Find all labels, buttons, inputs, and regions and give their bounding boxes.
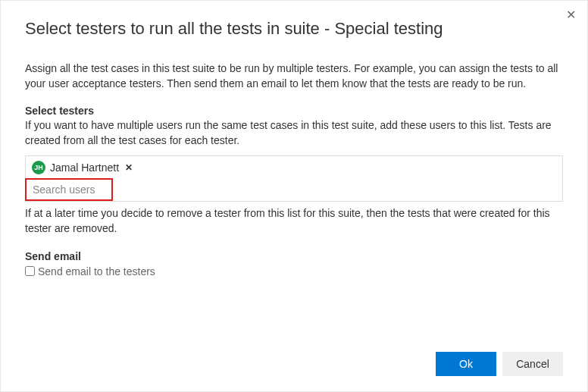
select-testers-dialog: ✕ Select testers to run all the tests in… bbox=[0, 0, 588, 392]
tester-chip: JH Jamal Hartnett ✕ bbox=[26, 156, 562, 179]
select-testers-label: Select testers bbox=[25, 105, 563, 117]
send-email-row: Send email to the testers bbox=[25, 265, 563, 278]
send-email-checkbox[interactable] bbox=[25, 266, 35, 276]
dialog-footer: Ok Cancel bbox=[25, 337, 563, 376]
search-users-input[interactable] bbox=[33, 183, 105, 196]
select-testers-help: If you want to have multiple users run t… bbox=[25, 118, 563, 148]
removal-note: If at a later time you decide to remove … bbox=[25, 206, 563, 236]
ok-button[interactable]: Ok bbox=[436, 352, 496, 376]
remove-tester-button[interactable]: ✕ bbox=[125, 162, 133, 173]
cancel-button[interactable]: Cancel bbox=[502, 352, 563, 376]
search-users-highlight bbox=[25, 178, 113, 201]
close-icon: ✕ bbox=[566, 8, 576, 21]
dialog-title: Select testers to run all the tests in s… bbox=[25, 19, 563, 39]
dialog-description: Assign all the test cases in this test s… bbox=[25, 61, 563, 91]
send-email-checkbox-label[interactable]: Send email to the testers bbox=[38, 265, 155, 278]
send-email-label: Send email bbox=[25, 250, 563, 262]
tester-picker: JH Jamal Hartnett ✕ bbox=[25, 155, 563, 202]
close-button[interactable]: ✕ bbox=[566, 9, 576, 21]
remove-icon: ✕ bbox=[125, 162, 133, 173]
avatar: JH bbox=[32, 161, 45, 174]
tester-name: Jamal Hartnett bbox=[50, 162, 119, 174]
